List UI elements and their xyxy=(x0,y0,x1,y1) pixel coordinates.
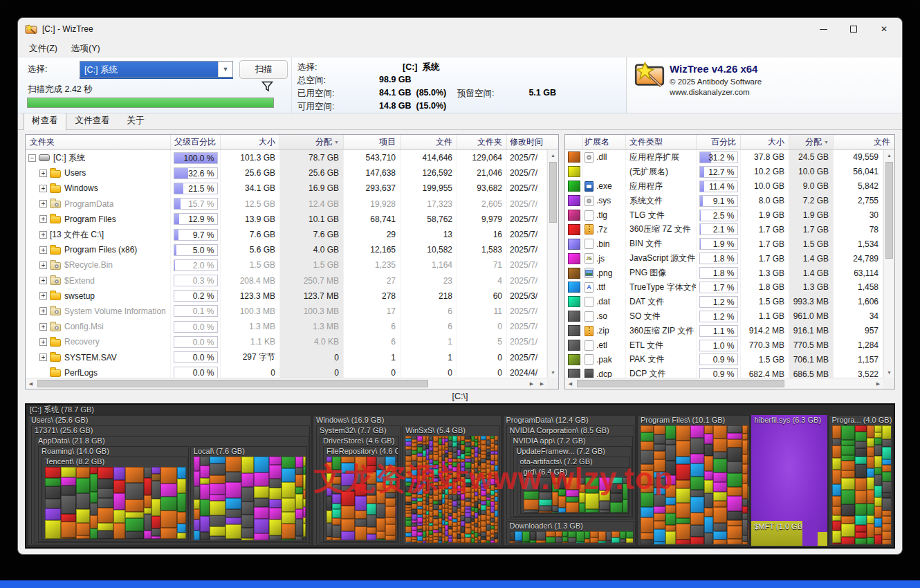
file-type-row[interactable]: .7z360压缩 7Z 文件2.1 %1.7 GB1.7 GB78 xyxy=(565,222,883,237)
folder-tree-vscrollbar[interactable]: ▲ ▼ xyxy=(547,150,558,378)
col-percent[interactable]: 百分比 xyxy=(697,135,741,149)
treemap[interactable]: [C:] 系统 (78.7 GB) Users\ (25.6 GB) 17371… xyxy=(25,403,895,549)
treemap-section-program-files[interactable]: Program Files\ (10.1 GB) xyxy=(637,415,750,546)
scroll-left-icon[interactable]: ◀ xyxy=(565,378,576,389)
file-type-row[interactable]: .binBIN 文件1.9 %1.7 GB1.5 GB1,534 xyxy=(565,237,883,251)
treemap-section-program-files-x86[interactable]: Progra... (4.0 GB) xyxy=(829,415,893,546)
col-filetype[interactable]: 文件类型 xyxy=(626,135,697,149)
chevron-down-icon[interactable]: ▼ xyxy=(218,62,232,77)
file-types-hscrollbar[interactable]: ◀ ▶ xyxy=(565,378,883,389)
treemap-section-programdata[interactable]: ProgramData\ (12.4 GB) NVIDIA Corporatio… xyxy=(503,415,636,546)
expand-icon[interactable]: + xyxy=(39,277,47,284)
file-type-row[interactable]: .pngPNG 图像1.8 %1.3 GB1.4 GB63,114 xyxy=(565,266,883,280)
vscroll-thumb[interactable] xyxy=(549,162,557,223)
col-folders[interactable]: 文件夹 xyxy=(457,135,507,149)
treemap-blocks[interactable] xyxy=(194,457,306,540)
brand-url[interactable]: www.diskanalyzer.com xyxy=(670,88,750,96)
col-items[interactable]: 项目 xyxy=(344,135,401,149)
maximize-button[interactable] xyxy=(838,19,869,39)
tree-row[interactable]: +swsetup0.2 %123.3 MB123.7 MB27821860202… xyxy=(26,288,547,304)
scroll-right-icon-2[interactable]: ▶ xyxy=(537,378,547,389)
treemap-section-hiberfil[interactable]: hiberfil.sys (6.3 GB) $MFT (1.0 GB) xyxy=(751,415,827,546)
expand-icon[interactable]: + xyxy=(39,185,47,192)
col-size-right[interactable]: 大小 xyxy=(741,135,789,149)
expand-icon[interactable]: + xyxy=(39,169,47,177)
expand-icon[interactable]: + xyxy=(39,338,47,346)
tree-row[interactable]: +Windows21.5 %34.1 GB16.9 GB293,637199,9… xyxy=(26,181,547,196)
expand-icon[interactable]: + xyxy=(39,353,47,361)
folder-tree-hscrollbar[interactable]: ◀ ▶ ▶ xyxy=(26,378,547,389)
hscroll-thumb[interactable] xyxy=(37,380,428,387)
col-files[interactable]: 文件 xyxy=(401,135,457,149)
tree-row[interactable]: +System Volume Information0.1 %100.3 MB1… xyxy=(26,304,547,319)
expand-icon[interactable]: + xyxy=(39,246,47,254)
file-type-row[interactable]: .etlETL 文件1.0 %770.3 MB770.5 MB1,284 xyxy=(565,338,883,353)
scroll-left-icon[interactable]: ◀ xyxy=(26,378,36,389)
expand-icon[interactable]: + xyxy=(39,261,47,269)
treemap-blocks[interactable] xyxy=(326,457,396,540)
vscroll-thumb[interactable] xyxy=(885,162,893,259)
file-type-row[interactable]: (无扩展名)12.7 %10.2 GB10.0 GB56,041 xyxy=(565,165,883,179)
file-type-row[interactable]: .zip360压缩 ZIP 文件1.1 %914.2 MB916.1 MB957 xyxy=(565,324,883,338)
col-files-right[interactable]: 文件 xyxy=(834,135,894,149)
col-extension[interactable]: 扩展名 xyxy=(583,135,626,149)
tree-row[interactable]: +ProgramData15.7 %12.5 GB12.4 GB19,92817… xyxy=(26,196,547,212)
expand-icon[interactable]: + xyxy=(39,307,47,315)
col-modified[interactable]: 修改时间 xyxy=(507,135,558,149)
tree-row[interactable]: +SYSTEM.SAV0.0 %297 字节01102025/7/ xyxy=(26,349,547,365)
expand-icon[interactable]: + xyxy=(39,200,47,208)
tree-row[interactable]: +Users32.6 %25.6 GB25.6 GB147,638126,592… xyxy=(26,165,547,181)
treemap-blocks[interactable] xyxy=(45,467,186,539)
treemap-blocks[interactable] xyxy=(832,425,892,544)
expand-icon[interactable]: + xyxy=(39,215,47,223)
tree-row[interactable]: +Program Files (x86)5.0 %5.6 GB4.0 GB12,… xyxy=(26,242,547,257)
treemap-blocks[interactable] xyxy=(510,531,634,543)
tab-tree-view[interactable]: 树查看 xyxy=(24,112,66,130)
scroll-down-icon[interactable]: ▼ xyxy=(548,367,558,378)
expand-icon[interactable]: + xyxy=(39,323,47,331)
col-folder[interactable]: 文件夹 xyxy=(26,135,171,149)
menu-options[interactable]: 选项(Y) xyxy=(64,41,107,57)
filter-icon[interactable] xyxy=(261,81,273,92)
collapse-icon[interactable]: − xyxy=(28,154,36,162)
treemap-section-users[interactable]: Users\ (25.6 GB) 17371\ (25.6 GB) AppDat… xyxy=(28,415,311,546)
scroll-up-icon[interactable]: ▲ xyxy=(884,150,894,160)
treemap-blocks[interactable] xyxy=(405,436,498,543)
tab-file-view[interactable]: 文件查看 xyxy=(67,112,118,129)
expand-icon[interactable]: + xyxy=(39,292,47,300)
scroll-right-icon[interactable]: ▶ xyxy=(526,378,537,389)
treemap-blocks[interactable] xyxy=(524,477,628,513)
tree-row[interactable]: +$Extend0.3 %208.4 MB250.7 MB272342025/7… xyxy=(26,273,547,288)
mft-block[interactable]: $MFT (1.0 GB) xyxy=(751,521,803,546)
file-types-vscrollbar[interactable]: ▲ ▼ xyxy=(883,150,894,378)
file-type-row[interactable]: JS.jsJavaScript 源文件1.8 %1.7 GB1.4 GB24,7… xyxy=(565,251,883,266)
tree-row[interactable]: +Program Files12.9 %13.9 GB10.1 GB68,741… xyxy=(26,212,547,227)
file-type-row[interactable]: .datDAT 文件1.2 %1.5 GB993.3 MB1,606 xyxy=(565,295,883,309)
file-type-row[interactable]: .sys系统文件9.1 %8.0 GB7.2 GB2,755 xyxy=(565,194,883,208)
hscroll-thumb[interactable] xyxy=(577,380,784,387)
drive-select-combo[interactable]: [C:] 系统 ▼ xyxy=(80,61,233,77)
file-type-row[interactable]: .exe应用程序11.4 %10.0 GB9.0 GB5,842 xyxy=(565,179,883,194)
col-parent-percent[interactable]: 父级百分比 xyxy=(171,135,221,149)
tree-row[interactable]: +[13 文件在 C:\]9.7 %7.6 GB7.6 GB2913162025… xyxy=(26,227,547,242)
file-type-row[interactable]: .pakPAK 文件0.9 %1.5 GB706.1 MB1,157 xyxy=(565,352,883,367)
close-button[interactable]: ✕ xyxy=(869,19,899,39)
col-allocated-right[interactable]: 分配▼ xyxy=(789,135,834,149)
tree-row[interactable]: PerfLogs0.0 %000002024/4/ xyxy=(26,365,547,378)
file-type-row[interactable]: .dll应用程序扩展31.2 %37.8 GB24.5 GB49,559 xyxy=(565,150,883,165)
treemap-section-windows[interactable]: Windows\ (16.9 GB) System32\ (7.7 GB) Dr… xyxy=(313,415,502,546)
tree-row[interactable]: +Config.Msi0.0 %1.3 MB1.3 MB6602025/7/ xyxy=(26,319,547,334)
scroll-down-icon[interactable]: ▼ xyxy=(884,367,894,378)
file-type-row[interactable]: .soSO 文件1.2 %1.1 GB961.0 MB34 xyxy=(565,309,883,324)
file-type-row[interactable]: .dcpDCP 文件0.9 %682.4 MB686.5 MB3,522 xyxy=(565,367,883,378)
minimize-button[interactable] xyxy=(808,19,838,39)
tab-about[interactable]: 关于 xyxy=(119,112,153,129)
scroll-right-icon[interactable]: ▶ xyxy=(873,378,883,389)
col-size[interactable]: 大小 xyxy=(221,135,280,149)
tree-row[interactable]: +Recovery0.0 %1.1 KB4.0 KB6152025/1/ xyxy=(26,334,547,349)
expand-icon[interactable]: + xyxy=(39,231,47,239)
tree-row[interactable]: +$Recycle.Bin2.0 %1.5 GB1.5 GB1,2351,164… xyxy=(26,257,547,273)
tree-row[interactable]: −[C:] 系统100.0 %101.3 GB78.7 GB543,710414… xyxy=(26,150,547,165)
file-type-row[interactable]: .tlgTLG 文件2.5 %1.9 GB1.9 GB30 xyxy=(565,208,883,223)
hiberfil-block[interactable]: hiberfil.sys (6.3 GB) $MFT (1.0 GB) xyxy=(751,415,827,546)
